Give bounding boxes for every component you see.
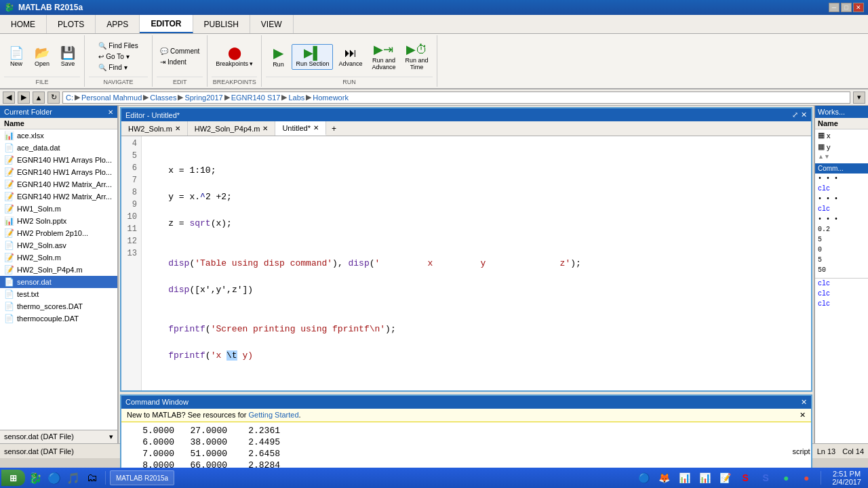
comment-button[interactable]: 💬 Comment	[157, 46, 203, 56]
file-item-sensor[interactable]: 📄 sensor.dat	[0, 276, 117, 288]
file-item-hw2m[interactable]: 📝 HW2_Soln.m	[0, 251, 117, 264]
ribbon-group-file: 📄 New 📂 Open 💾 Save FILE	[0, 35, 85, 87]
address-path[interactable]: C: ▶ Personal Mahmud ▶ Classes ▶ Spring2…	[62, 92, 850, 104]
up-button[interactable]: ▲	[33, 92, 45, 104]
title-bar: 🐉 MATLAB R2015a ─ □ ✕	[0, 0, 868, 15]
new-button[interactable]: 📄 New	[4, 44, 28, 70]
tab-hw2p4-close[interactable]: ✕	[262, 125, 268, 132]
taskbar-ppt[interactable]: 📊	[696, 469, 713, 487]
taskbar-explorer[interactable]: 🗂	[83, 469, 101, 487]
taskbar-red[interactable]: ●	[797, 469, 815, 487]
taskbar-matlab-btn[interactable]: MATLAB R2015a	[110, 470, 174, 485]
run-section-button[interactable]: ▶▌ Run Section	[292, 44, 333, 70]
path-homework[interactable]: Homework	[313, 94, 349, 102]
cmd-notice-close[interactable]: ✕	[800, 411, 806, 420]
edit-small-group: 💬 Comment ⇥ Indent	[157, 46, 203, 67]
file-panel-close[interactable]: ✕	[108, 108, 113, 116]
file-item-thermocouple[interactable]: 📄 thermocouple.DAT	[0, 312, 117, 325]
goto-label: Go To ▾	[106, 53, 129, 60]
minimize-button[interactable]: ─	[829, 3, 840, 12]
editor-undock[interactable]: ⤢	[792, 110, 798, 119]
find-files-button[interactable]: 🔍 Find Files	[95, 41, 141, 51]
taskbar-firefox[interactable]: 🦊	[655, 469, 673, 487]
code-content[interactable]: x = 1:10; y = x.^2 +2; z = sqrt(x); disp…	[142, 136, 811, 390]
tab-hw2soln-close[interactable]: ✕	[175, 125, 180, 132]
workspace-title-label: Works...	[818, 108, 845, 116]
file-item-hw2pptx[interactable]: 📊 HW2 Soln.pptx	[0, 215, 117, 227]
maximize-button[interactable]: □	[841, 3, 852, 12]
tab-apps[interactable]: APPS	[96, 15, 140, 33]
taskbar-ie[interactable]: 🔵	[45, 469, 63, 487]
file-item-test[interactable]: 📄 test.txt	[0, 288, 117, 300]
path-classes[interactable]: Classes	[150, 94, 176, 102]
file-panel-collapse[interactable]: ▾	[109, 432, 113, 441]
run-time-button[interactable]: ▶⏱ Run andTime	[401, 41, 432, 73]
path-c[interactable]: C:	[66, 94, 73, 102]
file-item-hw2asv[interactable]: 📄 HW2_Soln.asv	[0, 239, 117, 251]
file-item-hw1soln[interactable]: 📝 HW1_Soln.m	[0, 203, 117, 215]
run-label: Run	[273, 61, 284, 68]
workspace-item-y[interactable]: ▦ y	[815, 141, 868, 152]
path-dropdown[interactable]: ▾	[853, 92, 865, 104]
editor-close[interactable]: ✕	[801, 110, 807, 119]
file-item-egnr3[interactable]: 📝 EGNR140 HW2 Matrix_Arr...	[0, 178, 117, 190]
save-button[interactable]: 💾 Save	[56, 44, 80, 70]
indent-button[interactable]: ⇥ Indent	[157, 57, 203, 67]
refresh-button[interactable]: ↻	[47, 92, 60, 104]
sep5: ▶	[281, 93, 287, 102]
forward-button[interactable]: ▶	[18, 92, 30, 104]
file-item-thermo-scores[interactable]: 📄 thermo_scores.DAT	[0, 300, 117, 312]
tab-view[interactable]: VIEW	[250, 15, 294, 33]
file-item-egnr4[interactable]: 📝 EGNR140 HW2 Matrix_Arr...	[0, 190, 117, 203]
find-label: Find ▾	[108, 64, 127, 71]
path-spring[interactable]: Spring2017	[184, 94, 222, 102]
cmd-row-2: 6.0000 38.0000 2.4495	[127, 436, 806, 448]
taskbar-matlab[interactable]: 🐉	[26, 469, 44, 487]
file-item-hw2problem[interactable]: 📝 HW2 Problem 2p10...	[0, 227, 117, 239]
run-button[interactable]: ▶ Run	[266, 43, 290, 70]
taskbar-green[interactable]: ●	[777, 469, 795, 487]
file-item-egnr2[interactable]: 📝 EGNR140 HW1 Arrays Plo...	[0, 166, 117, 178]
breakpoints-button[interactable]: ⬤ Breakpoints ▾	[212, 44, 257, 70]
tab-home[interactable]: HOME	[0, 15, 47, 33]
file-item-hw2p4[interactable]: 📝 HW2_Soln_P4p4.m	[0, 264, 117, 276]
path-labs[interactable]: Labs	[288, 94, 304, 102]
add-tab-button[interactable]: +	[326, 121, 342, 136]
taskbar-media[interactable]: 🎵	[64, 469, 82, 487]
comments-title: Comm...	[815, 163, 868, 174]
path-egnr[interactable]: EGNR140 S17	[231, 94, 281, 102]
path-personal[interactable]: Personal Mahmud	[81, 94, 142, 102]
close-button[interactable]: ✕	[853, 3, 864, 12]
taskbar-s1[interactable]: S	[736, 469, 754, 487]
tab-editor[interactable]: EDITOR	[140, 15, 193, 33]
taskbar-word[interactable]: 📝	[716, 469, 734, 487]
tab-hw2p4[interactable]: HW2_Soln_P4p4.m ✕	[188, 121, 276, 136]
goto-button[interactable]: ↩ Go To ▾	[95, 52, 141, 62]
taskbar-chrome[interactable]: 🔵	[635, 469, 652, 487]
start-button[interactable]: ⊞	[1, 470, 25, 486]
file-item-ace-xlsx[interactable]: 📊 ace.xlsx	[0, 129, 117, 142]
getting-started-link[interactable]: Getting Started	[249, 411, 299, 419]
tab-untitled[interactable]: Untitled* ✕	[275, 121, 326, 136]
open-button[interactable]: 📂 Open	[30, 44, 54, 70]
m-icon3: 📝	[4, 253, 14, 262]
taskbar-s2[interactable]: S	[757, 469, 774, 487]
run-advance-button[interactable]: ▶⇥ Run andAdvance	[368, 41, 399, 73]
m-icon4: 📝	[4, 265, 14, 274]
find-button[interactable]: 🔍 Find ▾	[95, 62, 141, 73]
status-col: Col 14	[842, 447, 864, 455]
ribbon-group-edit: 💬 Comment ⇥ Indent EDIT	[153, 35, 208, 87]
tab-plots[interactable]: PLOTS	[47, 15, 96, 33]
line-numbers: 4 5 6 7 8 9 10 11 12 13	[121, 136, 142, 390]
workspace-item-x[interactable]: ▦ x	[815, 129, 868, 141]
tab-hw2soln[interactable]: HW2_Soln.m ✕	[121, 121, 188, 136]
advance-button[interactable]: ⏭ Advance	[334, 44, 366, 70]
back-button[interactable]: ◀	[3, 92, 15, 104]
file-item-egnr1[interactable]: 📝 EGNR140 HW1 Arrays Plo...	[0, 154, 117, 166]
tab-publish[interactable]: PUBLISH	[193, 15, 250, 33]
cmd-close[interactable]: ✕	[801, 398, 807, 407]
taskbar-excel[interactable]: 📊	[675, 469, 693, 487]
tab-untitled-close[interactable]: ✕	[313, 124, 319, 131]
code-editor[interactable]: 4 5 6 7 8 9 10 11 12 13 x = 1:10; y = x.…	[121, 136, 811, 390]
file-item-ace-dat[interactable]: 📄 ace_data.dat	[0, 142, 117, 154]
